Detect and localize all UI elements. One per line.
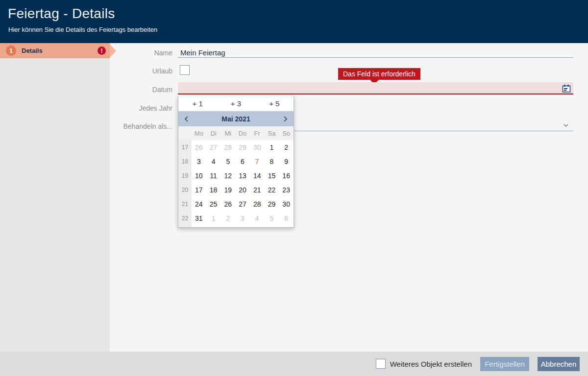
page-title: Feiertag - Details — [8, 6, 115, 22]
calendar-week-row: 183456789 — [178, 154, 294, 168]
calendar-day[interactable]: 26 — [192, 140, 206, 154]
weekday-label: So — [279, 126, 294, 140]
calendar-day[interactable]: 8 — [265, 154, 279, 168]
chevron-down-icon[interactable] — [563, 122, 569, 129]
calendar-day[interactable]: 29 — [265, 197, 279, 211]
weekday-label: Mo — [192, 126, 206, 140]
calendar-day[interactable]: 5 — [265, 211, 279, 225]
next-month-button[interactable] — [277, 111, 294, 126]
weekday-header-row: MoDiMiDoFrSaSo — [178, 126, 294, 140]
week-number: 21 — [178, 197, 192, 211]
calendar-day[interactable]: 2 — [220, 211, 235, 225]
calendar-day[interactable]: 14 — [250, 168, 265, 183]
weekday-label: Fr — [250, 126, 265, 140]
step-number-badge: 1 — [6, 46, 16, 56]
calendar-day[interactable]: 18 — [206, 183, 221, 197]
quick-add-1-button[interactable]: + 1 — [178, 96, 217, 111]
calendar-day[interactable]: 6 — [279, 211, 294, 225]
calendar-day[interactable]: 3 — [235, 211, 250, 225]
calendar-day[interactable]: 6 — [235, 154, 250, 168]
calendar-day[interactable]: 25 — [206, 197, 221, 211]
calendar-day[interactable]: 12 — [220, 168, 235, 183]
calendar-bottom-pad — [178, 225, 294, 227]
calendar-day[interactable]: 27 — [206, 140, 221, 154]
calendar-day[interactable]: 1 — [265, 140, 279, 154]
calendar-week-row: 1910111213141516 — [178, 168, 294, 183]
week-number: 18 — [178, 154, 192, 168]
calendar-day[interactable]: 5 — [220, 154, 235, 168]
calendar-day[interactable]: 15 — [265, 168, 279, 183]
week-number: 19 — [178, 168, 192, 183]
calendar-day[interactable]: 1 — [206, 211, 221, 225]
calendar-week-row: 2017181920212223 — [178, 183, 294, 197]
calendar-day[interactable]: 21 — [250, 183, 265, 197]
calendar-day[interactable]: 30 — [279, 197, 294, 211]
calendar-day[interactable]: 28 — [220, 140, 235, 154]
weekday-label: Di — [206, 126, 221, 140]
datum-input[interactable] — [178, 82, 573, 94]
calendar-icon[interactable] — [562, 84, 571, 93]
weekday-label: Sa — [265, 126, 279, 140]
calendar-day[interactable]: 29 — [235, 140, 250, 154]
name-input[interactable]: Mein Feiertag — [180, 48, 225, 57]
chevron-right-icon — [282, 116, 289, 122]
calendar-day[interactable]: 7 — [250, 154, 265, 168]
calendar-day[interactable]: 11 — [206, 168, 221, 183]
behandeln-als-label: Behandeln als... — [104, 122, 172, 130]
datum-label: Datum — [104, 86, 172, 94]
calendar-day[interactable]: 9 — [279, 154, 294, 168]
calendar-day[interactable]: 13 — [235, 168, 250, 183]
calendar-day[interactable]: 24 — [192, 197, 206, 211]
weekday-label: Do — [235, 126, 250, 140]
jedes-jahr-label: Jedes Jahr — [104, 104, 172, 112]
calendar-day[interactable]: 4 — [206, 154, 221, 168]
calendar-week-row: 17262728293012 — [178, 140, 294, 154]
finish-button[interactable]: Fertigstellen — [480, 357, 529, 371]
calendar-day[interactable]: 19 — [220, 183, 235, 197]
calendar-day[interactable]: 28 — [250, 197, 265, 211]
calendar-day[interactable]: 3 — [192, 154, 206, 168]
validation-tooltip: Das Feld ist erforderlich — [338, 68, 420, 80]
date-picker-popup: + 1 + 3 + 5 Mai 2021 MoDiMiDoFrSaSo 1726… — [178, 96, 294, 228]
week-number: 17 — [178, 140, 192, 154]
sidebar-item-label: Details — [22, 43, 43, 58]
calendar-grid: 1726272829301218345678919101112131415162… — [178, 140, 294, 225]
feiertag-details-window: Feiertag - Details Hier können Sie die D… — [0, 0, 588, 376]
prev-month-button[interactable] — [178, 111, 195, 126]
calendar-day[interactable]: 31 — [192, 211, 206, 225]
calendar-day[interactable]: 23 — [279, 183, 294, 197]
quick-add-3-button[interactable]: + 3 — [217, 96, 255, 111]
month-year-label[interactable]: Mai 2021 — [195, 115, 277, 123]
calendar-day[interactable]: 4 — [250, 211, 265, 225]
urlaub-label: Urlaub — [104, 67, 172, 75]
calendar-day[interactable]: 22 — [265, 183, 279, 197]
quick-add-row: + 1 + 3 + 5 — [178, 96, 294, 111]
urlaub-checkbox[interactable] — [180, 65, 190, 75]
sidebar: 1 Details ! — [0, 43, 110, 352]
weekday-label: Mi — [220, 126, 235, 140]
create-another-label: Weiteres Objekt erstellen — [390, 360, 472, 368]
week-number: 20 — [178, 183, 192, 197]
quick-add-5-button[interactable]: + 5 — [255, 96, 294, 111]
calendar-day[interactable]: 26 — [220, 197, 235, 211]
page-subtitle: Hier können Sie die Details des Feiertag… — [8, 26, 157, 33]
create-another-checkbox[interactable] — [376, 359, 386, 369]
chevron-left-icon — [183, 116, 190, 122]
sidebar-item-details[interactable]: 1 Details ! — [0, 43, 110, 58]
calendar-week-row: 2124252627282930 — [178, 197, 294, 211]
calendar-week-row: 2231123456 — [178, 211, 294, 225]
calendar-day[interactable]: 20 — [235, 183, 250, 197]
week-number: 22 — [178, 211, 192, 225]
calendar-day[interactable]: 16 — [279, 168, 294, 183]
calendar-month-header: Mai 2021 — [178, 111, 294, 126]
name-input-underline — [178, 57, 573, 58]
calendar-day[interactable]: 10 — [192, 168, 206, 183]
header: Feiertag - Details Hier können Sie die D… — [0, 0, 588, 43]
calendar-day[interactable]: 17 — [192, 183, 206, 197]
calendar-day[interactable]: 27 — [235, 197, 250, 211]
name-label: Name — [104, 49, 172, 57]
cancel-button[interactable]: Abbrechen — [538, 357, 580, 371]
calendar-day[interactable]: 2 — [279, 140, 294, 154]
footer-bar: Weiteres Objekt erstellen Fertigstellen … — [0, 352, 588, 376]
calendar-day[interactable]: 30 — [250, 140, 265, 154]
